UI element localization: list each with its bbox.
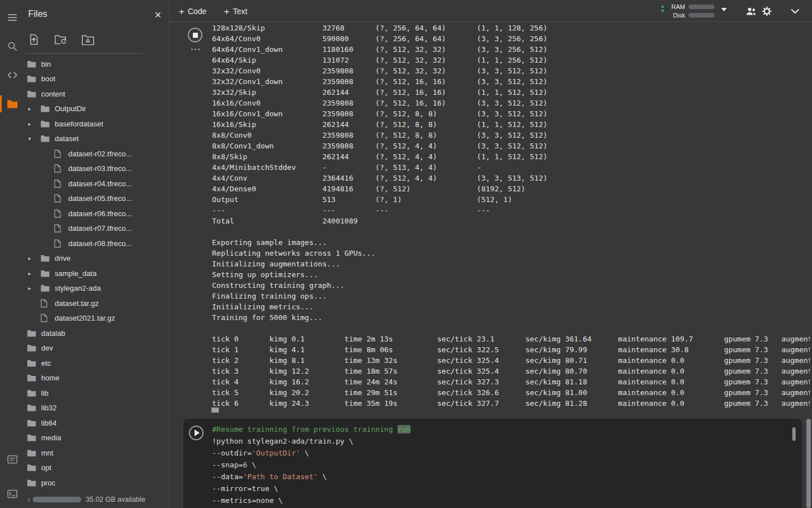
tree-item[interactable]: lib32 [25,401,169,416]
command-palette-icon[interactable] [5,452,20,467]
disk-status-bar: ‹ 35.02 GB available [25,491,169,508]
collapse-header-chevron-icon[interactable] [788,4,802,19]
tree-item-label: content [41,90,65,98]
tree-item-label: basefordataset [55,120,103,128]
tree-item[interactable]: dataset-r05.tfreco... [25,191,169,207]
code-token-plain: \ [318,472,327,481]
code-line[interactable]: --data='Path to Dataset' \ [212,471,787,483]
search-icon[interactable] [5,38,20,54]
folder-icon [27,330,37,337]
refresh-folder-icon[interactable] [53,32,69,47]
stop-cell-button[interactable] [188,28,202,42]
tree-item[interactable]: content [25,86,169,102]
code-snippets-icon[interactable] [5,67,20,83]
tree-item[interactable]: dataset-r02.tfreco... [25,146,169,161]
code-line[interactable]: #Resume trainning from previous trainnin… [212,423,787,435]
tree-item[interactable]: proc [25,475,169,491]
code-editor[interactable]: #Resume trainning from previous trainnin… [212,423,787,508]
expand-arrow-icon[interactable]: ▸ [27,255,41,261]
code-line[interactable]: --mirror=true \ [212,483,787,494]
folder-icon [27,404,37,411]
tree-item[interactable]: media [25,431,169,446]
tree-item-label: opt [41,463,51,472]
tree-item-label: lib [41,389,48,397]
tree-item-label: dataset-r02.tfreco... [68,150,132,158]
tree-item-label: lib64 [41,419,56,427]
gear-icon[interactable] [760,4,774,19]
tree-item[interactable]: dataset-r08.tfreco... [25,236,169,251]
expand-arrow-icon[interactable]: ▸ [27,121,41,127]
folder-icon [27,75,37,82]
tree-item-label: boot [41,75,55,83]
code-line[interactable]: --metrics=none \ [212,494,787,506]
mount-drive-icon[interactable] [80,32,96,47]
ram-usage-bar [689,5,714,9]
resources-dropdown-icon[interactable] [721,8,727,11]
code-scrollbar-thumb[interactable] [792,427,796,441]
tree-item[interactable]: ▸OutputDir [25,102,169,117]
page-scrollbar-thumb[interactable] [806,419,811,508]
people-icon[interactable] [744,4,758,19]
add-text-button[interactable]: + Text [224,5,248,18]
file-explorer-icon[interactable] [5,96,20,112]
tree-item[interactable]: lib [25,386,169,401]
tree-item-label: dataset-r04.tfreco... [68,179,132,188]
expand-arrow-icon[interactable]: ▸ [27,106,41,112]
files-toolbar [25,32,169,51]
tree-item-label: dataset2021.tar.gz [55,314,115,322]
tree-item-label: bin [41,60,51,68]
tree-item[interactable]: etc [25,356,169,371]
code-line[interactable]: !python stylegan2-ada/train.py \ [212,435,787,447]
tree-item[interactable]: ▸drive [25,251,169,266]
tree-item[interactable]: ▸sample_data [25,266,169,281]
tree-item[interactable]: bin [25,56,169,72]
tree-item[interactable]: dataset-r03.tfreco... [25,161,169,177]
collapse-arrow-icon[interactable]: ▾ [27,135,41,142]
folder-icon [41,135,51,142]
tree-item[interactable]: ▸stylegan2-ada [25,281,169,296]
tree-item[interactable]: home [25,371,169,386]
terminal-icon[interactable] [5,486,20,502]
tree-item[interactable]: boot [25,72,169,87]
code-token-number: 6 [243,461,248,469]
tree-item-label: drive [55,254,70,262]
tree-item[interactable]: dev [25,341,169,356]
run-cell-button[interactable] [189,426,204,440]
plus-icon: + [179,7,184,16]
tree-item[interactable]: lib64 [25,415,169,431]
code-token-plain: --mirror=true \ [212,484,278,493]
upload-file-icon[interactable] [26,32,42,47]
table-of-contents-icon[interactable] [5,10,20,25]
file-icon [54,194,64,203]
tree-item[interactable]: ▾dataset [25,132,169,147]
tree-item[interactable]: opt [25,461,169,476]
tree-item[interactable]: dataset-r04.tfreco... [25,176,169,191]
tree-item[interactable]: ▸basefordataset [25,116,169,132]
tree-item[interactable]: mnt [25,445,169,461]
code-line[interactable]: --outdir='OutputDir' \ [212,447,787,459]
tree-item-label: proc [41,479,55,487]
output-cursor [211,408,219,413]
folder-icon [27,449,37,457]
tree-item-label: datalab [41,329,65,338]
resources-widget[interactable]: RAM Disk [668,2,714,19]
tree-item[interactable]: datalab [25,326,169,341]
folder-icon [27,374,37,382]
tree-item[interactable]: dataset-r06.tfreco... [25,206,169,221]
folder-icon [27,60,37,68]
close-icon[interactable]: × [150,7,166,23]
code-token-plain: --metrics=none \ [212,496,283,505]
code-token-string: 'Path to Dataset' [243,472,318,481]
tree-item[interactable]: dataset2021.tar.gz [25,311,169,326]
tree-item[interactable]: dataset.tar.gz [25,296,169,311]
cell-options-icon[interactable] [191,49,200,50]
collapse-panel-icon[interactable]: ‹ [25,495,33,504]
code-line[interactable]: --snap=6 \ [212,459,787,471]
add-code-button[interactable]: + Code [179,5,206,18]
file-icon [54,164,64,173]
expand-arrow-icon[interactable]: ▸ [27,270,41,277]
folder-icon [27,479,37,487]
tree-item-label: home [41,374,60,382]
tree-item[interactable]: dataset-r07.tfreco... [25,221,169,237]
expand-arrow-icon[interactable]: ▸ [27,285,41,291]
